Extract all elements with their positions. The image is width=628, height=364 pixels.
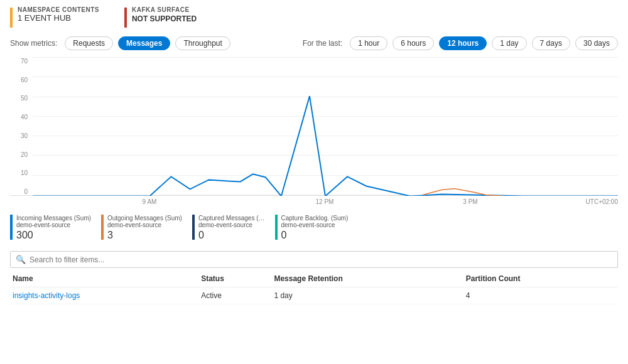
legend-outgoing-text: Outgoing Messages (Sum) demo-event-sourc… bbox=[107, 215, 182, 241]
namespace-section: NAMESPACE CONTENTS 1 EVENT HUB bbox=[10, 6, 99, 28]
legend-incoming-title: Incoming Messages (Sum) bbox=[16, 215, 91, 222]
items-table: Name Status Message Retention Partition … bbox=[10, 270, 618, 304]
y-label-20: 20 bbox=[10, 151, 30, 158]
legend-outgoing-sub: demo-event-source bbox=[107, 222, 182, 228]
legend-outgoing-bar bbox=[101, 215, 104, 240]
row-partitions: 4 bbox=[463, 287, 618, 304]
legend-captured-bar bbox=[192, 215, 195, 240]
main-line bbox=[33, 96, 618, 196]
legend: Incoming Messages (Sum) demo-event-sourc… bbox=[0, 208, 628, 246]
namespace-label: NAMESPACE CONTENTS bbox=[18, 6, 99, 13]
metrics-left: Show metrics: Requests Messages Throughp… bbox=[10, 36, 230, 50]
legend-captured-val: 0 bbox=[198, 230, 265, 241]
legend-backlog-val: 0 bbox=[281, 230, 349, 241]
legend-incoming: Incoming Messages (Sum) demo-event-sourc… bbox=[10, 215, 91, 241]
legend-backlog-sub: demo-event-source bbox=[281, 222, 349, 228]
chart-area: 0 10 20 30 40 50 60 70 bbox=[10, 58, 618, 196]
metrics-right: For the last: 1 hour 6 hours 12 hours 1 … bbox=[303, 36, 618, 50]
metrics-bar: Show metrics: Requests Messages Throughp… bbox=[0, 33, 628, 55]
legend-captured: Captured Messages (… demo-event-source 0 bbox=[192, 215, 265, 241]
utc-label: UTC+02:00 bbox=[586, 198, 618, 205]
kafka-color-bar bbox=[124, 8, 127, 28]
col-partitions: Partition Count bbox=[463, 270, 618, 287]
legend-incoming-bar bbox=[10, 215, 13, 240]
time-7days[interactable]: 7 days bbox=[532, 36, 570, 50]
chart-svg bbox=[33, 58, 618, 196]
time-30days[interactable]: 30 days bbox=[575, 36, 618, 50]
time-1hour[interactable]: 1 hour bbox=[350, 36, 387, 50]
legend-captured-title: Captured Messages (… bbox=[198, 215, 265, 222]
metric-requests[interactable]: Requests bbox=[65, 36, 113, 50]
col-retention: Message Retention bbox=[271, 270, 463, 287]
legend-captured-sub: demo-event-source bbox=[198, 222, 265, 228]
y-axis: 0 10 20 30 40 50 60 70 bbox=[10, 58, 30, 195]
table-container: Name Status Message Retention Partition … bbox=[10, 270, 618, 304]
table-body: insights-activity-logs Active 1 day 4 bbox=[10, 287, 618, 304]
legend-outgoing-val: 3 bbox=[107, 230, 182, 241]
y-label-40: 40 bbox=[10, 114, 30, 120]
top-bar: NAMESPACE CONTENTS 1 EVENT HUB KAFKA SUR… bbox=[0, 0, 628, 33]
for-last-label: For the last: bbox=[303, 39, 342, 48]
x-label-3pm: 3 PM bbox=[463, 198, 477, 205]
table-row: insights-activity-logs Active 1 day 4 bbox=[10, 287, 618, 304]
y-label-10: 10 bbox=[10, 169, 30, 176]
show-metrics-label: Show metrics: bbox=[10, 39, 57, 48]
y-label-60: 60 bbox=[10, 77, 30, 83]
namespace-color-bar bbox=[10, 8, 13, 28]
search-icon: 🔍 bbox=[16, 255, 26, 264]
row-status: Active bbox=[198, 287, 271, 304]
time-1day[interactable]: 1 day bbox=[492, 36, 526, 50]
row-name: insights-activity-logs bbox=[10, 287, 198, 304]
chart-container: 0 10 20 30 40 50 60 70 bbox=[10, 58, 618, 208]
namespace-value: 1 EVENT HUB bbox=[18, 13, 99, 23]
legend-outgoing: Outgoing Messages (Sum) demo-event-sourc… bbox=[101, 215, 182, 241]
table-header: Name Status Message Retention Partition … bbox=[10, 270, 618, 287]
search-input[interactable] bbox=[30, 255, 612, 264]
legend-captured-text: Captured Messages (… demo-event-source 0 bbox=[198, 215, 265, 241]
row-name-link[interactable]: insights-activity-logs bbox=[13, 291, 80, 300]
legend-backlog: Capture Backlog. (Sum) demo-event-source… bbox=[275, 215, 349, 241]
legend-backlog-text: Capture Backlog. (Sum) demo-event-source… bbox=[281, 215, 349, 241]
legend-backlog-title: Capture Backlog. (Sum) bbox=[281, 215, 349, 222]
y-label-50: 50 bbox=[10, 95, 30, 102]
legend-incoming-sub: demo-event-source bbox=[16, 222, 91, 228]
legend-incoming-text: Incoming Messages (Sum) demo-event-sourc… bbox=[16, 215, 91, 241]
metric-messages[interactable]: Messages bbox=[118, 36, 170, 50]
x-label-9am: 9 AM bbox=[143, 198, 157, 205]
y-label-70: 70 bbox=[10, 58, 30, 65]
x-label-12pm: 12 PM bbox=[316, 198, 334, 205]
y-label-30: 30 bbox=[10, 132, 30, 139]
kafka-section: KAFKA SURFACE NOT SUPPORTED bbox=[124, 6, 197, 28]
legend-backlog-bar bbox=[275, 215, 278, 240]
kafka-label: KAFKA SURFACE bbox=[132, 6, 197, 13]
kafka-value: NOT SUPPORTED bbox=[132, 14, 197, 23]
legend-incoming-val: 300 bbox=[16, 230, 91, 241]
row-retention: 1 day bbox=[271, 287, 463, 304]
time-6hours[interactable]: 6 hours bbox=[392, 36, 434, 50]
search-bar[interactable]: 🔍 bbox=[10, 251, 618, 268]
metric-throughput[interactable]: Throughput bbox=[175, 36, 230, 50]
time-12hours[interactable]: 12 hours bbox=[439, 36, 487, 50]
col-status: Status bbox=[198, 270, 271, 287]
legend-outgoing-title: Outgoing Messages (Sum) bbox=[107, 215, 182, 222]
col-name: Name bbox=[10, 270, 198, 287]
y-label-0: 0 bbox=[10, 188, 30, 195]
